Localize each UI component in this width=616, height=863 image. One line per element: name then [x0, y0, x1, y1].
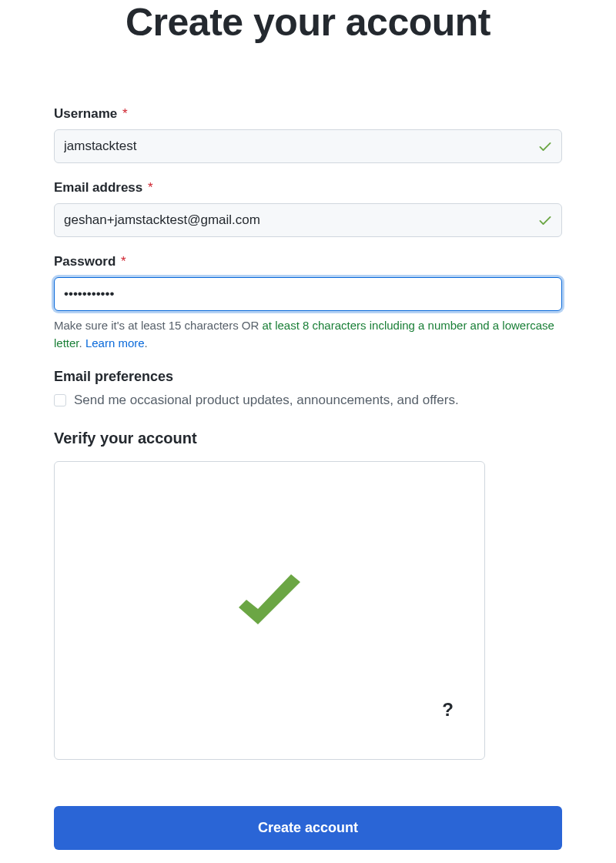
email-preferences-row: Send me occasional product updates, anno…: [54, 393, 562, 408]
password-input[interactable]: [54, 277, 562, 311]
username-input[interactable]: [54, 129, 562, 163]
email-input[interactable]: [54, 203, 562, 237]
email-updates-label: Send me occasional product updates, anno…: [74, 393, 459, 408]
check-icon: [537, 139, 553, 154]
create-account-button[interactable]: Create account: [54, 806, 562, 850]
username-input-wrapper: [54, 129, 562, 163]
password-hint-period: .: [79, 336, 85, 350]
page-title: Create your account: [54, 0, 562, 45]
password-input-wrapper: [54, 277, 562, 311]
password-hint: Make sure it's at least 15 characters OR…: [54, 317, 562, 352]
verify-heading: Verify your account: [54, 430, 562, 447]
email-group: Email address *: [54, 180, 562, 237]
required-marker: *: [121, 254, 126, 269]
username-label-text: Username: [54, 106, 117, 121]
email-input-wrapper: [54, 203, 562, 237]
email-label-text: Email address: [54, 180, 142, 195]
password-label: Password *: [54, 254, 562, 269]
check-icon: [537, 212, 553, 228]
password-label-text: Password: [54, 254, 116, 269]
verify-captcha-box[interactable]: ?: [54, 461, 485, 760]
required-marker: *: [148, 180, 153, 195]
help-icon[interactable]: ?: [442, 699, 454, 721]
username-group: Username *: [54, 106, 562, 163]
required-marker: *: [122, 106, 128, 121]
email-preferences-heading: Email preferences: [54, 369, 562, 385]
username-label: Username *: [54, 106, 562, 122]
email-label: Email address *: [54, 180, 562, 196]
email-updates-checkbox[interactable]: [54, 394, 66, 406]
learn-more-link[interactable]: Learn more: [85, 336, 145, 350]
password-hint-trailing: .: [145, 336, 148, 350]
email-preferences-section: Email preferences Send me occasional pro…: [54, 369, 562, 408]
password-group: Password * Make sure it's at least 15 ch…: [54, 254, 562, 352]
password-hint-prefix: Make sure it's at least 15 characters OR: [54, 319, 262, 332]
check-icon: [231, 570, 308, 636]
